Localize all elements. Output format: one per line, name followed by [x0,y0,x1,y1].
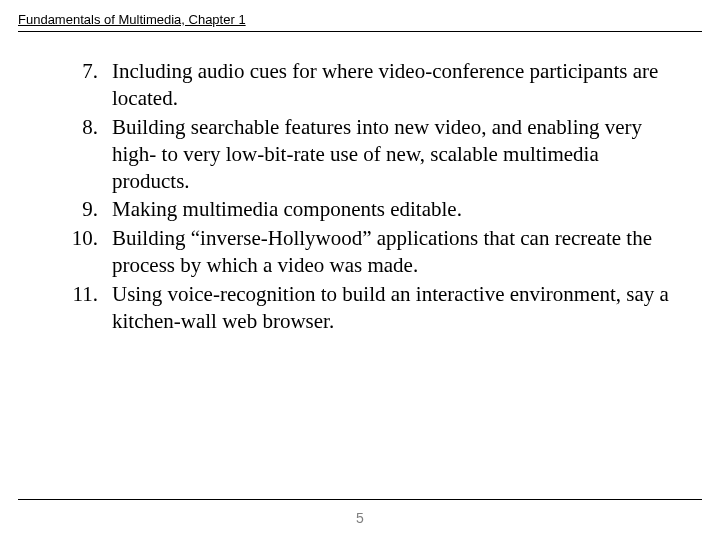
list-number: 7. [50,58,112,85]
list-text: Using voice-recognition to build an inte… [112,281,670,335]
footer-rule [18,499,702,500]
slide-header: Fundamentals of Multimedia, Chapter 1 [0,0,720,38]
list-item: 10. Building “inverse-Hollywood” applica… [50,225,670,279]
list-item: 11. Using voice-recognition to build an … [50,281,670,335]
list-text: Building searchable features into new vi… [112,114,670,195]
list-number: 10. [50,225,112,252]
list-item: 8. Building searchable features into new… [50,114,670,195]
page-number: 5 [0,510,720,526]
list-text: Building “inverse-Hollywood” application… [112,225,670,279]
slide-content: 7. Including audio cues for where video-… [0,38,720,335]
list-number: 8. [50,114,112,141]
header-rule [18,31,702,32]
list-item: 7. Including audio cues for where video-… [50,58,670,112]
list-text: Making multimedia components editable. [112,196,670,223]
list-number: 11. [50,281,112,308]
list-item: 9. Making multimedia components editable… [50,196,670,223]
list-number: 9. [50,196,112,223]
slide-footer: 5 [0,499,720,526]
numbered-list: 7. Including audio cues for where video-… [50,58,670,335]
list-text: Including audio cues for where video-con… [112,58,670,112]
header-title: Fundamentals of Multimedia, Chapter 1 [18,12,702,27]
